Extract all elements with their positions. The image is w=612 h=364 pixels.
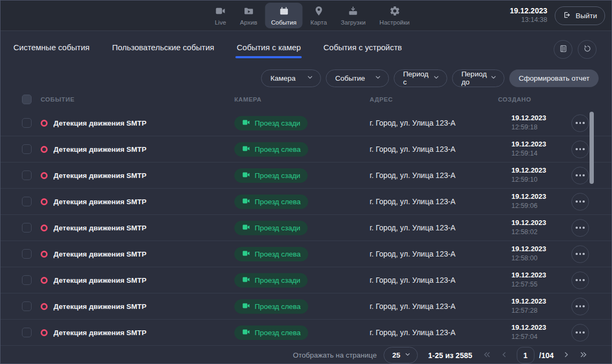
table-row[interactable]: Детекция движения SMTP Проезд сзади г. Г…: [1, 162, 611, 189]
address-cell: г. Город, ул. Улица 123-А: [370, 145, 498, 153]
event-filter-dropdown[interactable]: Событие: [326, 69, 389, 87]
table-row[interactable]: Детекция движения SMTP Проезд слева г. Г…: [1, 320, 611, 346]
tab-system-events[interactable]: Системные события: [13, 40, 89, 59]
current-page-input[interactable]: 1: [517, 347, 534, 363]
created-time: 12:57:28: [511, 306, 557, 315]
camera-badge[interactable]: Проезд слева: [234, 142, 308, 157]
row-more-button[interactable]: [571, 298, 589, 315]
camera-icon: [242, 171, 250, 181]
event-ring-icon: [41, 277, 48, 284]
row-more-button[interactable]: [571, 114, 589, 132]
nav-label: Загрузки: [341, 19, 365, 26]
event-name: Детекция движения SMTP: [53, 276, 147, 284]
camera-name: Проезд слева: [255, 250, 301, 258]
nav-item-settings[interactable]: Настройки: [373, 3, 415, 28]
created-cell: 19.12.2023 12:59:06: [498, 192, 557, 210]
camera-badge[interactable]: Проезд слева: [234, 326, 308, 340]
created-time: 12:59:18: [511, 123, 557, 131]
row-more-button[interactable]: [571, 141, 589, 158]
table-row[interactable]: Детекция движения SMTP Проезд слева г. Г…: [1, 189, 611, 215]
table-row[interactable]: Детекция движения SMTP Проезд сзади г. Г…: [1, 110, 611, 136]
row-checkbox[interactable]: [22, 171, 32, 180]
refresh-icon: [583, 44, 592, 55]
report-list-button[interactable]: [554, 40, 572, 59]
event-ring-icon: [41, 198, 48, 205]
generate-report-button[interactable]: Сформировать отчет: [509, 69, 599, 87]
camera-icon: [242, 249, 250, 259]
row-more-button[interactable]: [571, 272, 589, 289]
row-checkbox[interactable]: [22, 118, 32, 128]
period-from-dropdown[interactable]: Период с: [394, 69, 447, 87]
row-checkbox[interactable]: [22, 249, 32, 259]
camera-badge[interactable]: Проезд слева: [234, 247, 308, 261]
nav-item-archive[interactable]: Архив: [234, 3, 263, 28]
nav-item-events[interactable]: События: [265, 3, 302, 28]
event-cell: Детекция движения SMTP: [41, 224, 234, 232]
table-row[interactable]: Детекция движения SMTP Проезд слева г. Г…: [1, 136, 611, 162]
row-checkbox[interactable]: [22, 144, 32, 154]
event-name: Детекция движения SMTP: [53, 145, 147, 153]
tab-device-events[interactable]: События с устройств: [323, 40, 402, 59]
camera-badge[interactable]: Проезд слева: [234, 299, 308, 314]
topbar-right: 19.12.2023 13:14:38 Выйти: [510, 1, 605, 30]
camera-badge[interactable]: Проезд сзади: [234, 273, 308, 288]
event-cell: Детекция движения SMTP: [41, 276, 234, 284]
camera-badge[interactable]: Проезд сзади: [234, 116, 308, 130]
nav-label: Настройки: [379, 19, 409, 26]
per-page-select[interactable]: 25: [384, 347, 418, 363]
topbar: Live Архив События Карта Загрузки Настро…: [1, 1, 611, 31]
event-name: Детекция движения SMTP: [53, 224, 147, 232]
next-page-button[interactable]: [562, 350, 571, 361]
refresh-button[interactable]: [578, 40, 596, 59]
nav-item-live[interactable]: Live: [209, 3, 232, 28]
row-checkbox[interactable]: [22, 197, 32, 206]
tab-camera-events[interactable]: События с камер: [236, 40, 301, 59]
logout-icon: [563, 11, 571, 21]
created-cell: 19.12.2023 12:58:00: [498, 245, 557, 262]
more-dots-icon: [576, 174, 578, 176]
camera-name: Проезд сзади: [255, 172, 300, 180]
camera-badge[interactable]: Проезд сзади: [234, 221, 308, 235]
vertical-scrollbar-thumb[interactable]: [590, 112, 594, 184]
event-ring-icon: [41, 303, 48, 310]
prev-page-button[interactable]: [500, 350, 509, 361]
created-time: 12:58:00: [511, 254, 557, 262]
logout-button[interactable]: Выйти: [555, 6, 605, 25]
current-time: 13:14:38: [510, 16, 547, 25]
chevrons-right-icon: [579, 350, 588, 361]
table-row[interactable]: Детекция движения SMTP Проезд слева г. Г…: [1, 241, 611, 267]
period-to-dropdown[interactable]: Период до: [452, 69, 504, 87]
created-time: 12:59:14: [511, 149, 557, 158]
row-more-button[interactable]: [571, 193, 589, 211]
table-row[interactable]: Детекция движения SMTP Проезд сзади г. Г…: [1, 267, 611, 293]
event-cell: Детекция движения SMTP: [41, 119, 234, 127]
pagination-bar: Отображать на странице 25 1-25 из 2585 1…: [1, 346, 611, 364]
created-cell: 19.12.2023 12:58:02: [498, 219, 557, 236]
event-cell: Детекция движения SMTP: [41, 303, 234, 311]
row-checkbox[interactable]: [22, 301, 32, 311]
first-page-button[interactable]: [483, 350, 492, 361]
nav-label: События: [271, 19, 296, 26]
select-all-checkbox[interactable]: [22, 95, 32, 104]
row-more-button[interactable]: [571, 167, 589, 184]
row-checkbox[interactable]: [22, 275, 32, 285]
event-cell: Детекция движения SMTP: [41, 198, 234, 206]
row-more-button[interactable]: [571, 219, 589, 237]
table-row[interactable]: Детекция движения SMTP Проезд сзади г. Г…: [1, 215, 611, 241]
nav-item-map[interactable]: Карта: [304, 3, 333, 28]
camera-badge[interactable]: Проезд сзади: [234, 168, 308, 183]
archive-folder-icon: [243, 5, 254, 18]
row-more-button[interactable]: [571, 245, 589, 263]
last-page-button[interactable]: [579, 350, 588, 361]
nav-item-downloads[interactable]: Загрузки: [335, 3, 371, 28]
row-checkbox[interactable]: [22, 223, 32, 233]
event-ring-icon: [41, 329, 48, 336]
row-more-button[interactable]: [571, 324, 589, 342]
row-checkbox[interactable]: [22, 328, 32, 337]
camera-filter-dropdown[interactable]: Камера: [261, 69, 321, 87]
table-row[interactable]: Детекция движения SMTP Проезд слева г. Г…: [1, 293, 611, 320]
address-cell: г. Город, ул. Улица 123-А: [370, 171, 498, 180]
tab-user-events[interactable]: Пользовательские события: [112, 40, 214, 59]
rows-range: 1-25 из 2585: [428, 351, 472, 360]
camera-badge[interactable]: Проезд слева: [234, 195, 308, 209]
